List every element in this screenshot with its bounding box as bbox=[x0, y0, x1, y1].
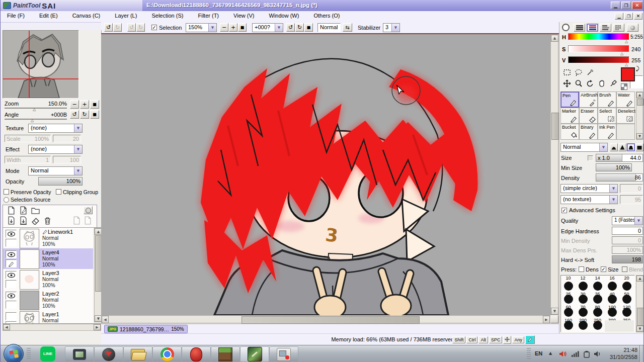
brush-shape-arrow-icon[interactable]: ▼ bbox=[609, 185, 617, 193]
tool-brush[interactable]: Brush bbox=[598, 92, 616, 108]
tray-speaker-icon[interactable] bbox=[593, 348, 603, 359]
layer-visibility-toggle[interactable] bbox=[6, 230, 17, 238]
menu-window[interactable]: Window (W) bbox=[263, 11, 306, 20]
taskbar-photo-viewer[interactable] bbox=[65, 346, 94, 362]
hard-soft-bar[interactable]: 198 bbox=[612, 255, 643, 263]
taskbar-explorer[interactable] bbox=[123, 346, 152, 362]
hue-slider-marker[interactable]: △ bbox=[625, 39, 628, 44]
tool-airbrush[interactable]: AirBrush bbox=[579, 92, 598, 108]
child-minimize-button[interactable]: ▁ bbox=[615, 13, 623, 20]
press-dens-checkbox[interactable] bbox=[579, 266, 584, 272]
minimize-button[interactable]: ▁ bbox=[611, 2, 620, 9]
child-restore-button[interactable]: ❐ bbox=[624, 13, 633, 20]
tray-volume-muted-icon[interactable] bbox=[558, 348, 568, 359]
new-linework-layer-button[interactable] bbox=[19, 206, 28, 215]
transparency-swatch-icon[interactable] bbox=[621, 83, 627, 90]
brush-size-bar[interactable]: x 1.0 44.0 bbox=[596, 154, 643, 162]
size-preset-500[interactable]: 500 bbox=[590, 320, 605, 332]
clipping-group-checkbox[interactable] bbox=[56, 189, 61, 195]
layer-lock-toggle[interactable] bbox=[6, 280, 17, 288]
tool-binary[interactable]: Binary bbox=[579, 124, 598, 140]
canvas-surface[interactable]: 3 bbox=[101, 34, 550, 315]
rotate-tool[interactable] bbox=[585, 78, 595, 88]
layer-row-layer4-selected[interactable]: Layer4 Normal 100% bbox=[3, 248, 93, 269]
brush-size-unit-button[interactable] bbox=[588, 155, 593, 161]
layer-row-layer3[interactable]: Layer3 Normal 100% bbox=[3, 269, 93, 290]
texture-arrow-icon[interactable]: ▼ bbox=[74, 124, 82, 132]
tool-water[interactable]: Water bbox=[616, 92, 635, 108]
canvas-hscrollbar[interactable]: ◀ ▶ bbox=[101, 315, 550, 323]
layer-mode-arrow-icon[interactable]: ▼ bbox=[74, 167, 82, 175]
size-preset-20[interactable]: 20 bbox=[619, 276, 634, 281]
taskbar-line-app[interactable]: LINE bbox=[36, 346, 60, 361]
delete-layer-button[interactable] bbox=[43, 216, 52, 225]
new-layer-button[interactable] bbox=[7, 206, 16, 215]
size-preset-400[interactable]: 400 bbox=[561, 320, 576, 332]
primary-color-swatch[interactable] bbox=[621, 67, 635, 81]
brush-edge-softest-button[interactable] bbox=[610, 143, 618, 151]
tool-grid-scrollbar[interactable]: ▲ ▼ bbox=[636, 92, 643, 140]
selection-visible-checkbox[interactable]: ✓ bbox=[151, 25, 157, 30]
redo-button[interactable]: ↻ bbox=[113, 23, 122, 32]
quality-arrow-icon[interactable]: ▼ bbox=[634, 217, 642, 225]
selection-undo-button[interactable]: ↺ bbox=[127, 23, 136, 32]
rect-select-tool[interactable] bbox=[561, 67, 572, 77]
press-size-checkbox[interactable]: ✓ bbox=[601, 266, 606, 272]
effect-arrow-icon[interactable]: ▼ bbox=[74, 145, 82, 153]
canvas-vscrollbar[interactable]: ▲ ▼ bbox=[550, 34, 558, 315]
rotate-reset-button[interactable]: ■ bbox=[304, 23, 313, 32]
stabilizer-arrow-icon[interactable]: ▼ bbox=[391, 24, 399, 32]
taskbar-painttool-sai[interactable] bbox=[240, 346, 269, 362]
saturation-slider-marker[interactable]: △ bbox=[620, 51, 623, 56]
show-desktop-button[interactable] bbox=[639, 345, 644, 362]
tool-bucket[interactable]: Bucket bbox=[560, 124, 579, 140]
swatches-panel-button[interactable] bbox=[613, 24, 624, 32]
rotate-cw-button[interactable]: ↻ bbox=[295, 23, 304, 32]
value-slider-marker[interactable]: △ bbox=[625, 62, 628, 67]
menu-filter[interactable]: Filter (T) bbox=[191, 11, 225, 20]
zoom-dropdown[interactable]: 150%▼ bbox=[186, 23, 217, 32]
tray-clock[interactable]: 21:48 31/10/2558 bbox=[606, 346, 637, 360]
layer-visibility-toggle[interactable] bbox=[6, 271, 17, 279]
selection-redo-button[interactable]: ↻ bbox=[136, 23, 145, 32]
layer-list-vscrollbar[interactable]: ▲ ▼ bbox=[94, 228, 102, 322]
menu-edit[interactable]: Edit (E) bbox=[33, 11, 64, 20]
navigator-preview[interactable] bbox=[3, 30, 79, 99]
rgb-slider-panel-button[interactable] bbox=[574, 24, 585, 32]
density-bar[interactable]: 86 bbox=[596, 173, 643, 182]
nav-angle-slider[interactable] bbox=[5, 119, 67, 120]
magic-wand-tool[interactable] bbox=[585, 67, 595, 77]
close-button[interactable]: ✕ bbox=[632, 2, 642, 9]
layer-visibility-toggle[interactable] bbox=[6, 292, 17, 300]
tray-language[interactable]: EN bbox=[535, 350, 542, 356]
layer-opacity-bar[interactable]: 100% bbox=[38, 177, 83, 186]
brush-shape-dropdown[interactable]: (simple circle)▼ bbox=[560, 184, 618, 193]
tool-pen[interactable]: Pen bbox=[560, 92, 579, 108]
zoom-reset-button[interactable]: ■ bbox=[238, 23, 247, 32]
flip-view-button[interactable]: ⇆ bbox=[343, 23, 352, 32]
layer-row-layer1[interactable]: Layer1 Normal 42% bbox=[3, 310, 93, 324]
nav-rotate-cw-button[interactable]: ↻ bbox=[80, 110, 89, 119]
tray-network-icon[interactable] bbox=[570, 348, 580, 359]
taskbar-minecraft[interactable] bbox=[211, 346, 240, 362]
nav-zoom-reset-button[interactable]: ■ bbox=[90, 100, 99, 109]
stabilizer-dropdown[interactable]: 3▼ bbox=[383, 23, 400, 32]
size-preset-16[interactable]: 16 bbox=[605, 276, 619, 281]
layer-visibility-toggle[interactable] bbox=[6, 312, 17, 320]
color-wheel-button[interactable] bbox=[562, 24, 570, 31]
swap-colors-icon[interactable]: ⤸ bbox=[636, 65, 639, 72]
menu-file[interactable]: File (F) bbox=[1, 11, 31, 20]
size-preset-14[interactable]: 14 bbox=[590, 276, 605, 281]
menu-layer[interactable]: Layer (L) bbox=[108, 11, 143, 20]
menu-canvas[interactable]: Canvas (C) bbox=[66, 11, 107, 20]
texture-dropdown[interactable]: (none)▼ bbox=[28, 124, 83, 133]
menu-others[interactable]: Others (O) bbox=[307, 11, 346, 20]
active-device-pen-button[interactable] bbox=[525, 335, 535, 344]
nav-zoom-out-button[interactable]: − bbox=[70, 100, 79, 109]
brush-edge-hard-button[interactable] bbox=[627, 143, 635, 151]
hue-slider[interactable] bbox=[568, 33, 629, 40]
title-bar[interactable]: PaintTool SAI E:\Download\12188860_73679… bbox=[1, 0, 644, 11]
taskbar-photo-app2[interactable] bbox=[269, 346, 298, 362]
nav-angle-slider-marker[interactable]: △ bbox=[31, 118, 34, 123]
preserve-opacity-checkbox[interactable] bbox=[4, 189, 9, 195]
